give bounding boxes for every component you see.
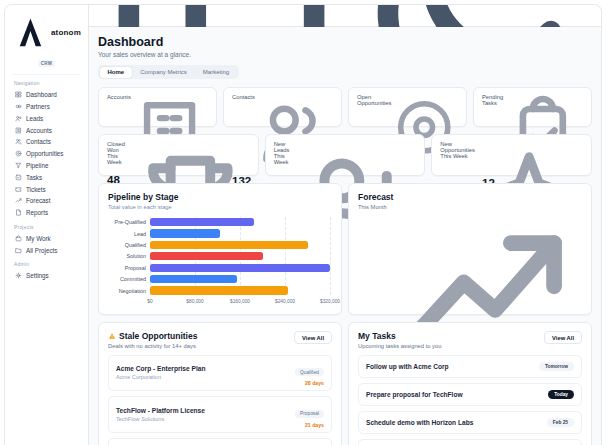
chart-bar-row: Negotiation	[108, 285, 330, 296]
opportunity-title: TechFlow - Platform License	[116, 407, 205, 414]
chart-title: Pipeline by Stage	[108, 192, 178, 202]
tab-company-metrics[interactable]: Company Metrics	[132, 67, 195, 78]
atonom-logo-icon	[12, 14, 49, 51]
sidebar-item-label: Contacts	[26, 138, 51, 145]
task-schedule-demo-with-horizon-labs[interactable]: Schedule demo with Horizon Labs Feb 25	[358, 411, 582, 434]
chart-category-label: Committed	[108, 276, 150, 282]
metric-label: New Leads This Week	[274, 141, 297, 165]
stale-title: Stale Opportunities	[119, 331, 197, 341]
tab-marketing[interactable]: Marketing	[195, 67, 237, 78]
partners-icon	[15, 103, 22, 110]
gear-icon	[15, 272, 22, 279]
section-label: Navigation	[14, 81, 79, 86]
page-subtitle: Your sales overview at a glance.	[98, 51, 592, 58]
sidebar-item-label: My Work	[26, 235, 51, 242]
forecast-panel: Forecast This Month Closed Won $125,000	[348, 183, 592, 315]
opportunity-techflow-platform-license[interactable]: TechFlow - Platform License TechFlow Sol…	[108, 396, 332, 433]
logo-subtext: CRM	[38, 60, 56, 67]
briefcase-icon	[15, 235, 22, 242]
task-prepare-proposal-for-techflow[interactable]: Prepare proposal for TechFlow Today	[358, 383, 582, 406]
chart-bar-row: Lead	[108, 228, 330, 239]
stale-days: 21 days	[295, 422, 324, 428]
users-icon	[15, 138, 22, 145]
sidebar-item-my-work[interactable]: My Work	[12, 233, 81, 245]
chart-axis: $0$80,000$160,000$240,000$320,000	[150, 296, 330, 305]
sidebar-item-accounts[interactable]: Accounts	[12, 124, 81, 136]
sidebar-item-all-projects[interactable]: All Projects	[12, 244, 81, 256]
stat-label: Open Opportunities	[357, 94, 391, 106]
sidebar-item-partners[interactable]: Partners	[12, 101, 81, 113]
nav-list: Settings	[12, 270, 81, 282]
chart-category-label: Lead	[108, 231, 150, 237]
trending-up-icon	[15, 197, 22, 204]
stale-list: Acme Corp - Enterprise Plan Acme Corpora…	[108, 355, 332, 445]
task-due-badge: Tomorrow	[539, 362, 574, 371]
chart-tick-label: $320,000	[320, 299, 340, 304]
sidebar-item-label: Partners	[26, 103, 50, 110]
sidebar-item-label: Settings	[26, 272, 49, 279]
stale-subtitle: Deals with no activity for 14+ days	[108, 343, 197, 349]
sidebar-item-tickets[interactable]: Tickets	[12, 183, 81, 195]
chart-bar-row: Qualified	[108, 239, 330, 250]
my-tasks-panel: My Tasks Upcoming tasks assigned to you …	[348, 322, 592, 445]
sidebar-section-projects: Projects My Work All Projects	[12, 225, 81, 257]
task-follow-up-with-acme-corp[interactable]: Follow up with Acme Corp Tomorrow	[358, 355, 582, 378]
task-title: Prepare proposal for TechFlow	[366, 391, 463, 398]
sidebar-item-settings[interactable]: Settings	[12, 270, 81, 282]
stat-label: Contacts	[232, 94, 255, 100]
warning-icon	[108, 332, 116, 340]
building-icon	[15, 127, 22, 134]
opportunity-acme-corp-enterprise-plan[interactable]: Acme Corp - Enterprise Plan Acme Corpora…	[108, 355, 332, 392]
sidebar-item-reports[interactable]: Reports	[12, 207, 81, 219]
chart-bar-negotiation	[150, 286, 288, 294]
metric-card-new-leads-this-week: New Leads This Week 8	[265, 134, 426, 176]
chart-bar-solution	[150, 252, 263, 260]
sidebar-item-opportunities[interactable]: Opportunities	[12, 148, 81, 160]
stale-opportunities-panel: Stale Opportunities Deals with no activi…	[98, 322, 342, 445]
task-due-badge: Feb 25	[547, 418, 574, 427]
task-title: Follow up with Acme Corp	[366, 363, 449, 370]
sidebar-item-leads[interactable]: Leads	[12, 112, 81, 124]
tab-home[interactable]: Home	[100, 67, 133, 78]
sidebar-item-label: Forecast	[26, 197, 51, 204]
task-list: Follow up with Acme Corp Tomorrow Prepar…	[358, 355, 582, 445]
chart-tick-label: $160,000	[230, 299, 250, 304]
sidebar-section-navigation: Navigation Dashboard Partners	[12, 81, 81, 219]
chart-category-label: Qualified	[108, 242, 150, 248]
sidebar-item-contacts[interactable]: Contacts	[12, 136, 81, 148]
forecast-subtitle: This Month	[358, 204, 393, 210]
tasks-view-all-button[interactable]: View All	[544, 331, 582, 344]
sidebar-item-tasks[interactable]: Tasks	[12, 171, 81, 183]
target-icon	[15, 150, 22, 157]
file-icon	[15, 209, 22, 216]
task-review-contract-terms-pinnacle[interactable]: Review contract terms - Pinnacle Feb 27	[358, 439, 582, 445]
ticket-icon	[15, 186, 22, 193]
stat-card-row: Accounts 48 Contacts 132	[98, 87, 592, 127]
stale-view-all-button[interactable]: View All	[294, 331, 332, 344]
check-square-icon	[15, 174, 22, 181]
sidebar-item-dashboard[interactable]: Dashboard	[12, 89, 81, 101]
sidebar-item-label: Dashboard	[26, 91, 57, 98]
topbar	[89, 5, 601, 27]
chart-rows: Pre-QualifiedLeadQualifiedSolutionPropos…	[108, 217, 332, 297]
sidebar-item-label: Tasks	[26, 174, 42, 181]
chart-category-label: Proposal	[108, 265, 150, 271]
app-window: atonom CRM Navigation Dashboard Partners	[4, 4, 602, 445]
sidebar-item-forecast[interactable]: Forecast	[12, 195, 81, 207]
opportunity-pinnacle-annual-subscription[interactable]: Pinnacle - Annual Subscription Pinnacle …	[108, 438, 332, 445]
task-due-badge: Today	[548, 390, 574, 399]
chart-bar-qualified	[150, 241, 308, 249]
stat-card-accounts: Accounts 48	[98, 87, 217, 127]
nav-list: Dashboard Partners Leads Account	[12, 89, 81, 219]
tasks-subtitle: Upcoming tasks assigned to you	[358, 343, 441, 349]
pipeline-by-stage-panel: Pipeline by Stage Total value in each st…	[98, 183, 342, 315]
sidebar-item-label: All Projects	[26, 247, 58, 254]
chart-bar-row: Committed	[108, 273, 330, 284]
opportunity-company: TechFlow Solutions	[116, 416, 205, 422]
dashboard-icon	[15, 91, 22, 98]
sidebar-item-pipeline[interactable]: Pipeline	[12, 160, 81, 172]
forecast-title: Forecast	[358, 192, 393, 202]
metric-card-closed-won-this-week: Closed Won This Week $45,000 3 deals	[98, 134, 259, 176]
sidebar-item-label: Leads	[26, 115, 43, 122]
opportunity-title: Acme Corp - Enterprise Plan	[116, 365, 205, 372]
